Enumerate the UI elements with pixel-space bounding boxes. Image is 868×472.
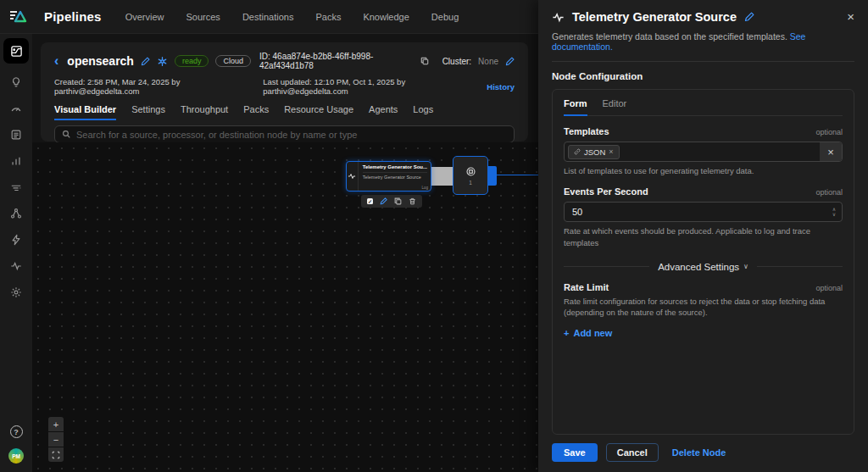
- node-search: [54, 125, 515, 143]
- help-icon[interactable]: ?: [10, 425, 23, 438]
- copy-node-icon[interactable]: [394, 197, 402, 205]
- tab-agents[interactable]: Agents: [369, 104, 398, 120]
- tab-packs[interactable]: Packs: [243, 104, 269, 120]
- cluster-value: None: [478, 57, 498, 66]
- panel-description: Generates telemetry data based on the sp…: [552, 31, 787, 42]
- tab-resource-usage[interactable]: Resource Usage: [284, 104, 353, 120]
- pulse-icon: [10, 260, 22, 272]
- copy-id-icon[interactable]: [420, 57, 429, 65]
- nav-destinations[interactable]: Destinations: [242, 12, 294, 22]
- main-area: ‹ opensearch ready Cloud ID: 46aa874e-b2…: [32, 34, 538, 472]
- spinner-down-icon[interactable]: ∨: [832, 212, 836, 217]
- section-node-configuration: Node Configuration: [552, 71, 854, 81]
- search-icon: [62, 130, 71, 139]
- fit-view-button[interactable]: [48, 447, 64, 462]
- stream-lines-icon: [10, 181, 22, 193]
- pipeline-id: ID: 46aa874e-b2b8-46ff-b998-42af434d1b78: [259, 52, 414, 70]
- node-title: Telemetry Generator Sou...: [363, 164, 427, 169]
- list-icon: [10, 129, 22, 141]
- node-connector: [431, 167, 453, 186]
- add-new-button[interactable]: + Add new: [564, 328, 843, 338]
- sidebar-item-monitors[interactable]: [8, 258, 24, 274]
- tab-logs[interactable]: Logs: [413, 104, 433, 120]
- telemetry-generator-node[interactable]: Telemetry Generator Sou... Telemetry Gen…: [346, 161, 431, 192]
- zoom-out-button[interactable]: −: [48, 432, 64, 447]
- edit-cluster-icon[interactable]: [505, 57, 515, 66]
- deployment-badge: Cloud: [215, 55, 251, 67]
- templates-label: Templates: [564, 126, 609, 136]
- history-link[interactable]: History: [487, 82, 515, 92]
- rate-limit-optional: optional: [815, 284, 843, 292]
- cancel-button[interactable]: Cancel: [606, 443, 659, 462]
- edit-node-icon[interactable]: [380, 197, 387, 205]
- status-badge: ready: [175, 55, 209, 67]
- plus-icon: +: [564, 328, 569, 338]
- pulse-icon: [552, 11, 565, 24]
- edit-pipeline-name-icon[interactable]: [141, 57, 150, 66]
- compactor-count: 1: [469, 180, 472, 186]
- nav-packs[interactable]: Packs: [315, 12, 341, 22]
- template-chip-json[interactable]: JSON ×: [568, 145, 620, 159]
- eps-optional: optional: [815, 188, 843, 197]
- lightning-icon: [10, 234, 22, 246]
- pulse-icon: [347, 162, 359, 191]
- left-sidebar: ? PM: [0, 34, 32, 472]
- sidebar-item-streams[interactable]: [8, 180, 24, 195]
- panel-footer: Save Cancel Delete Node: [552, 435, 854, 462]
- tab-form[interactable]: Form: [564, 98, 587, 116]
- canvas-zoom-controls: + −: [48, 417, 64, 462]
- config-tabs: Form Editor: [564, 98, 843, 116]
- nav-knowledge[interactable]: Knowledge: [363, 12, 409, 22]
- sidebar-item-metrics[interactable]: [8, 153, 24, 169]
- eps-label: Events Per Second: [564, 186, 648, 197]
- pipeline-canvas[interactable]: Telemetry Generator Sou... Telemetry Gen…: [32, 142, 538, 472]
- output-port[interactable]: [487, 166, 497, 186]
- sidebar-item-service-map[interactable]: [8, 206, 24, 221]
- eps-input[interactable]: [565, 207, 826, 217]
- remove-chip-icon[interactable]: ×: [609, 147, 613, 156]
- node-select-checkbox[interactable]: ✓: [367, 198, 373, 204]
- tab-editor[interactable]: Editor: [603, 98, 627, 115]
- user-avatar[interactable]: PM: [8, 448, 24, 464]
- sidebar-item-logs[interactable]: [8, 127, 24, 142]
- templates-input[interactable]: JSON × ×: [564, 142, 843, 162]
- nav-sources[interactable]: Sources: [186, 12, 220, 22]
- rate-limit-helper: Rate limit configuration for sources to …: [564, 296, 843, 319]
- tab-visual-builder[interactable]: Visual Builder: [54, 104, 116, 120]
- nav-debug[interactable]: Debug: [431, 12, 459, 22]
- eps-helper: Rate at which events should be produced.…: [564, 225, 843, 248]
- events-per-second-field: Events Per Second optional ∧ ∨ Rate at w…: [564, 186, 843, 248]
- pipeline-settings-icon[interactable]: [157, 56, 168, 67]
- sidebar-item-events[interactable]: [8, 232, 24, 247]
- close-panel-button[interactable]: ×: [847, 11, 854, 23]
- delete-node-icon[interactable]: [409, 197, 416, 205]
- number-spinner: ∧ ∨: [826, 207, 842, 217]
- clear-templates-button[interactable]: ×: [820, 142, 842, 161]
- updated-text: Last updated: 12:10 PM, Oct 1, 2025 by p…: [263, 77, 473, 96]
- sidebar-item-pipelines[interactable]: [3, 38, 29, 64]
- tab-settings[interactable]: Settings: [131, 104, 165, 120]
- tab-throughput[interactable]: Throughput: [181, 104, 228, 120]
- advanced-settings-toggle[interactable]: Advanced Settings ∨: [658, 262, 748, 272]
- compactor-node[interactable]: 1: [453, 156, 488, 195]
- eps-input-wrap: ∧ ∨: [564, 202, 843, 222]
- sidebar-item-dashboards[interactable]: [8, 101, 24, 116]
- node-config-panel: Telemetry Generator Source × Generates t…: [538, 0, 868, 472]
- sidebar-item-insights[interactable]: [8, 75, 24, 90]
- sidebar-item-settings[interactable]: [8, 285, 24, 300]
- zoom-in-button[interactable]: +: [48, 417, 64, 431]
- rate-limit-field: Rate Limit optional Rate limit configura…: [564, 282, 843, 339]
- nav-overview[interactable]: Overview: [125, 12, 164, 22]
- sidebar-bottom: ? PM: [8, 425, 24, 472]
- back-button[interactable]: ‹: [54, 56, 58, 66]
- save-button[interactable]: Save: [552, 443, 598, 462]
- delete-node-button[interactable]: Delete Node: [672, 447, 726, 458]
- edit-node-name-icon[interactable]: [744, 12, 754, 22]
- pipeline-tabs: Visual Builder Settings Throughput Packs…: [54, 104, 515, 120]
- edgedelta-logo-icon[interactable]: [5, 4, 31, 30]
- node-toolbar: ✓: [361, 195, 422, 208]
- pipeline-header: ‹ opensearch ready Cloud ID: 46aa874e-b2…: [41, 42, 528, 142]
- search-input[interactable]: [76, 130, 507, 140]
- gauge-icon: [10, 103, 22, 114]
- node-type-badge: Log: [421, 186, 428, 190]
